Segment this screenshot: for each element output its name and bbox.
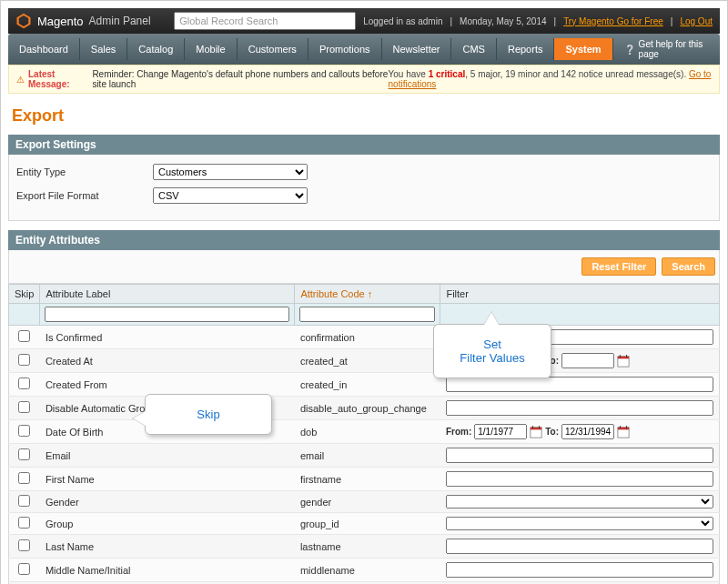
calendar-icon[interactable] bbox=[530, 426, 542, 438]
attr-code: firstname bbox=[295, 468, 440, 491]
attr-label: Is Confirmed bbox=[40, 326, 295, 349]
attr-label: Email bbox=[40, 444, 295, 468]
help-link[interactable]: ❔ Get help for this page bbox=[613, 34, 720, 65]
reset-filter-button[interactable]: Reset Filter bbox=[581, 257, 656, 276]
filter-date-to-dob[interactable] bbox=[561, 424, 614, 439]
filter-label-input[interactable] bbox=[45, 307, 289, 322]
skip-checkbox-dob[interactable] bbox=[18, 425, 30, 437]
skip-checkbox-firstname[interactable] bbox=[18, 472, 30, 484]
callout-skip: Skip bbox=[145, 394, 272, 435]
attr-label: Last Name bbox=[40, 535, 295, 559]
nav-item-promotions[interactable]: Promotions bbox=[308, 38, 382, 60]
brand-text: Magento bbox=[37, 15, 84, 28]
table-row: Is Confirmedconfirmation bbox=[9, 326, 720, 349]
table-row: Created Atcreated_atFrom:To: bbox=[9, 349, 720, 373]
attr-code: confirmation bbox=[295, 326, 440, 349]
nav-item-dashboard[interactable]: Dashboard bbox=[8, 38, 80, 60]
table-row: Last Namelastname bbox=[9, 535, 720, 559]
filter-input-middlename[interactable] bbox=[446, 562, 713, 578]
filter-input-created_in[interactable] bbox=[446, 377, 713, 392]
nav-item-catalog[interactable]: Catalog bbox=[127, 38, 185, 60]
attr-label: Middle Name/Initial bbox=[40, 559, 295, 582]
nav-item-mobile[interactable]: Mobile bbox=[185, 38, 237, 60]
table-row: Date Of BirthdobFrom:To: bbox=[9, 420, 720, 444]
table-row: Groupgroup_id bbox=[9, 513, 720, 535]
file-format-label: Export File Format bbox=[16, 190, 153, 201]
search-button[interactable]: Search bbox=[662, 257, 715, 276]
attr-code: group_id bbox=[295, 513, 440, 535]
skip-checkbox-created_in[interactable] bbox=[18, 378, 30, 389]
attr-label: First Name bbox=[40, 468, 295, 491]
nav-item-reports[interactable]: Reports bbox=[497, 38, 555, 60]
brand-sub: Admin Panel bbox=[89, 15, 151, 27]
col-header-code[interactable]: Attribute Code ↑ bbox=[295, 285, 440, 304]
filter-input-lastname[interactable] bbox=[446, 539, 713, 554]
sort-asc-icon: ↑ bbox=[368, 288, 373, 299]
attributes-grid: Skip Attribute Label Attribute Code ↑ Fi… bbox=[8, 284, 720, 584]
nav-item-newsletter[interactable]: Newsletter bbox=[382, 38, 452, 60]
filter-date-to-created_at[interactable] bbox=[561, 353, 614, 368]
export-settings-panel: Entity Type Customers Export File Format… bbox=[8, 155, 720, 221]
entity-attrs-head: Entity Attributes bbox=[8, 230, 720, 250]
skip-checkbox-confirmation[interactable] bbox=[18, 330, 30, 342]
attr-code: email bbox=[295, 444, 440, 468]
filter-input-email[interactable] bbox=[446, 448, 713, 463]
calendar-icon[interactable] bbox=[617, 426, 630, 438]
skip-checkbox-gender[interactable] bbox=[18, 495, 30, 507]
filter-select-group_id[interactable] bbox=[446, 517, 713, 530]
attr-label: Created From bbox=[40, 373, 295, 397]
nav-item-cms[interactable]: CMS bbox=[451, 38, 496, 60]
attr-code: created_at bbox=[295, 349, 440, 373]
skip-checkbox-created_at[interactable] bbox=[18, 354, 30, 366]
svg-rect-5 bbox=[618, 356, 629, 358]
main-nav: DashboardSalesCatalogMobileCustomersProm… bbox=[8, 34, 720, 65]
col-header-skip[interactable]: Skip bbox=[9, 285, 40, 304]
logout-link[interactable]: Log Out bbox=[680, 16, 713, 26]
table-row: Gendergender bbox=[9, 491, 720, 513]
attr-code: created_in bbox=[295, 373, 440, 397]
table-row: Created Fromcreated_in bbox=[9, 373, 720, 397]
filter-input-disable_auto_group_change[interactable] bbox=[446, 400, 713, 416]
attr-code: lastname bbox=[295, 535, 440, 559]
attr-label: Group bbox=[40, 513, 295, 535]
table-row: Emailemail bbox=[9, 444, 720, 468]
header-date: Monday, May 5, 2014 bbox=[460, 16, 546, 26]
attr-code: dob bbox=[295, 420, 440, 444]
nav-item-customers[interactable]: Customers bbox=[238, 38, 308, 60]
entity-type-select[interactable]: Customers bbox=[153, 164, 308, 180]
skip-checkbox-group_id[interactable] bbox=[18, 517, 30, 529]
message-bar: ⚠ Latest Message: Reminder: Change Magen… bbox=[8, 65, 720, 94]
table-row: Disable Automatic Group Change Based on … bbox=[9, 397, 720, 420]
callout-filter: SetFilter Values bbox=[433, 324, 551, 378]
nav-item-sales[interactable]: Sales bbox=[80, 38, 128, 60]
try-magento-link[interactable]: Try Magento Go for Free bbox=[563, 16, 663, 26]
filter-input-firstname[interactable] bbox=[446, 471, 713, 487]
skip-checkbox-middlename[interactable] bbox=[18, 563, 30, 575]
filter-date-from-dob[interactable] bbox=[474, 424, 527, 439]
page-title: Export bbox=[12, 106, 720, 126]
warn-icon: ⚠ bbox=[16, 75, 25, 85]
file-format-select[interactable]: CSV bbox=[153, 187, 308, 204]
attr-label: Created At bbox=[40, 349, 295, 373]
filter-select-gender[interactable] bbox=[446, 495, 713, 508]
export-settings-head: Export Settings bbox=[8, 135, 720, 155]
col-header-label[interactable]: Attribute Label bbox=[40, 285, 295, 304]
nav-item-system[interactable]: System bbox=[554, 38, 612, 60]
table-row: Middle Name/Initialmiddlename bbox=[9, 559, 720, 582]
latest-msg-text: Reminder: Change Magento's default phone… bbox=[92, 69, 388, 89]
svg-rect-9 bbox=[531, 427, 541, 429]
entity-type-label: Entity Type bbox=[16, 166, 153, 177]
header-bar: Magento Admin Panel Logged in as admin |… bbox=[8, 8, 720, 34]
col-header-filter[interactable]: Filter bbox=[440, 285, 720, 304]
logged-in-text: Logged in as admin bbox=[363, 16, 442, 26]
calendar-icon[interactable] bbox=[617, 355, 630, 368]
svg-rect-13 bbox=[618, 427, 629, 429]
global-search-input[interactable] bbox=[174, 12, 356, 30]
attr-code: disable_auto_group_change bbox=[295, 397, 440, 420]
skip-checkbox-email[interactable] bbox=[18, 448, 30, 460]
help-icon: ❔ bbox=[624, 45, 635, 55]
skip-checkbox-lastname[interactable] bbox=[18, 539, 30, 551]
skip-checkbox-disable_auto_group_change[interactable] bbox=[18, 401, 30, 413]
filter-code-input[interactable] bbox=[299, 307, 435, 322]
latest-msg-label: Latest Message: bbox=[28, 69, 89, 89]
